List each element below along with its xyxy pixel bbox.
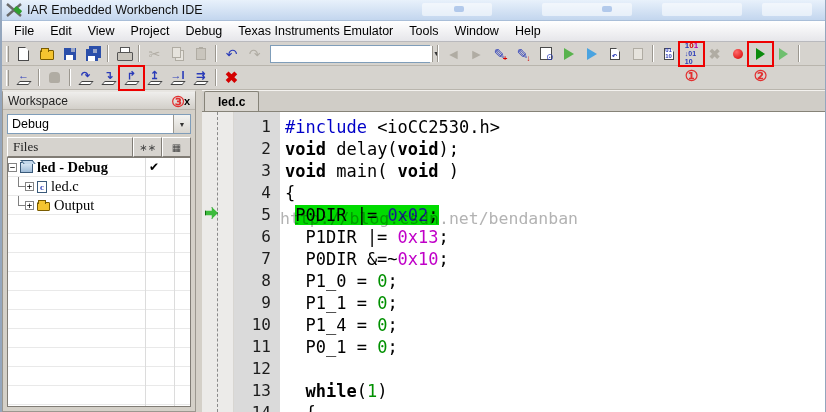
menu-edit[interactable]: Edit xyxy=(42,22,80,40)
files-column-header[interactable]: Files xyxy=(7,137,133,157)
menu-file[interactable]: File xyxy=(6,22,42,40)
step-out-icon: ↱ xyxy=(126,67,138,89)
menu-window[interactable]: Window xyxy=(446,22,506,40)
menu-debug[interactable]: Debug xyxy=(177,22,230,40)
workspace-file-tree[interactable]: − led - Debug ✔ + c led.c + Output xyxy=(7,157,191,407)
forward-arrow-icon: ► xyxy=(470,47,484,61)
step-into-button[interactable]: ↴ xyxy=(97,67,120,89)
code-line[interactable]: 6 P1DIR |= 0x13; xyxy=(234,226,825,248)
navigate-back-button[interactable]: ◄ xyxy=(442,43,465,65)
expand-icon[interactable]: + xyxy=(25,182,34,191)
current-statement-arrow-icon xyxy=(205,207,218,219)
code-line[interactable]: 4{ xyxy=(234,182,825,204)
menu-project[interactable]: Project xyxy=(123,22,178,40)
copy-button[interactable] xyxy=(166,43,189,65)
tree-item-output[interactable]: + Output xyxy=(8,196,190,215)
goto-bookmark-button[interactable]: ✎↓ xyxy=(511,43,534,65)
save-button[interactable] xyxy=(58,43,81,65)
go-button[interactable]: ⇉ xyxy=(189,67,212,89)
paste-button[interactable] xyxy=(189,43,212,65)
code-line[interactable]: 9 P1_1 = 0; xyxy=(234,292,825,314)
next-statement-button[interactable]: ↥ xyxy=(143,67,166,89)
code-line[interactable]: 1#include <ioCC2530.h> xyxy=(234,116,825,138)
c-file-icon: c xyxy=(37,181,47,193)
code-line[interactable]: 13 while(1) xyxy=(234,380,825,402)
toggle-breakpoint-button[interactable] xyxy=(726,43,749,65)
reset-icon: ← xyxy=(18,67,30,89)
step-out-button[interactable]: ↱ ③ xyxy=(120,67,143,89)
link-output-button[interactable]: 0110 xyxy=(657,43,680,65)
code-line[interactable]: 14 { xyxy=(234,402,825,412)
undo-button[interactable]: ↶ xyxy=(220,43,243,65)
cut-icon: ✂ xyxy=(149,47,161,61)
toolbar-separator xyxy=(215,69,217,86)
expand-icon[interactable]: + xyxy=(25,201,34,210)
output-column-header[interactable]: ▦ xyxy=(162,137,191,157)
code-line[interactable]: 2void delay(void); xyxy=(234,138,825,160)
toolbar-separator xyxy=(69,69,71,86)
build-file-icon: ↶ xyxy=(610,48,620,60)
stop-build-icon xyxy=(633,48,643,60)
print-button[interactable] xyxy=(112,43,135,65)
debug-without-downloading-button[interactable]: ② xyxy=(749,43,772,65)
tree-connector xyxy=(13,196,25,215)
copy-icon xyxy=(172,47,181,58)
menu-view[interactable]: View xyxy=(80,22,123,40)
compile-icon xyxy=(587,48,597,60)
code-line[interactable]: 12 xyxy=(234,358,825,380)
run-to-cursor-icon: →I xyxy=(170,67,184,89)
code-editor[interactable]: 1#include <ioCC2530.h>2void delay(void);… xyxy=(234,112,825,412)
app-window: IAR Embedded Workbench IDE File Edit Vie… xyxy=(0,0,826,412)
make-button[interactable] xyxy=(557,43,580,65)
save-icon xyxy=(64,48,76,60)
menu-ti-emulator[interactable]: Texas Instruments Emulator xyxy=(230,22,401,40)
find-input[interactable] xyxy=(271,46,432,62)
workspace-title-bar[interactable]: Workspace x xyxy=(3,92,195,110)
navigate-forward-button[interactable]: ► xyxy=(465,43,488,65)
menu-help[interactable]: Help xyxy=(507,22,549,40)
checkmark-icon: ✔ xyxy=(149,160,159,175)
app-logo-icon xyxy=(6,3,23,18)
open-file-button[interactable] xyxy=(35,43,58,65)
toolbar-grip[interactable] xyxy=(6,70,9,86)
tab-ledc[interactable]: led.c xyxy=(204,91,259,111)
compile-button[interactable] xyxy=(580,43,603,65)
collapse-icon[interactable]: − xyxy=(8,163,17,172)
debug-tools-button[interactable]: ✖ xyxy=(703,43,726,65)
stop-build-button[interactable] xyxy=(626,43,649,65)
save-all-button[interactable] xyxy=(81,43,104,65)
cut-button[interactable]: ✂ xyxy=(143,43,166,65)
redo-button[interactable]: ↷ xyxy=(243,43,266,65)
goto-bookmark-icon: ✎↓ xyxy=(517,47,529,61)
toolbar-separator xyxy=(652,45,654,62)
status-column-header[interactable]: ∗∗ xyxy=(133,137,162,157)
workspace-panel: Workspace x Debug ▼ Files ∗∗ ▦ − xyxy=(2,90,196,412)
tree-item-ledc[interactable]: + c led.c xyxy=(8,177,190,196)
new-file-button[interactable] xyxy=(12,43,35,65)
step-over-button[interactable]: ↷ xyxy=(74,67,97,89)
toggle-bookmark-button[interactable]: ✎+ xyxy=(488,43,511,65)
workspace-close-button[interactable]: x xyxy=(184,95,190,107)
menu-tools[interactable]: Tools xyxy=(401,22,446,40)
paste-icon xyxy=(196,48,206,60)
code-line[interactable]: 7 P0DIR &=~0x10; xyxy=(234,248,825,270)
find-in-files-button[interactable] xyxy=(534,43,557,65)
reset-button[interactable]: ← xyxy=(12,67,35,89)
configuration-select[interactable]: Debug ▼ xyxy=(7,114,191,134)
run-to-cursor-button[interactable]: →I xyxy=(166,67,189,89)
stop-debugging-button[interactable]: ✖ xyxy=(220,67,243,89)
tree-item-project[interactable]: − led - Debug ✔ xyxy=(8,158,190,177)
configuration-dropdown-button[interactable]: ▼ xyxy=(173,115,190,133)
build-file-button[interactable]: ↶ xyxy=(603,43,626,65)
code-line[interactable]: 8 P1_0 = 0; xyxy=(234,270,825,292)
code-line[interactable]: 3void main( void ) xyxy=(234,160,825,182)
breakpoint-margin[interactable] xyxy=(202,112,234,412)
break-button[interactable] xyxy=(43,67,66,89)
break-hand-icon xyxy=(49,72,60,83)
download-and-debug-button[interactable]: 101↓0110 ① xyxy=(680,43,703,65)
code-line[interactable]: 11 P0_1 = 0; xyxy=(234,336,825,358)
toolbar-grip[interactable] xyxy=(6,46,9,62)
code-line[interactable]: 10 P1_4 = 0; xyxy=(234,314,825,336)
find-combobox[interactable]: ▼ xyxy=(270,45,430,63)
debug-project-button[interactable] xyxy=(772,43,795,65)
